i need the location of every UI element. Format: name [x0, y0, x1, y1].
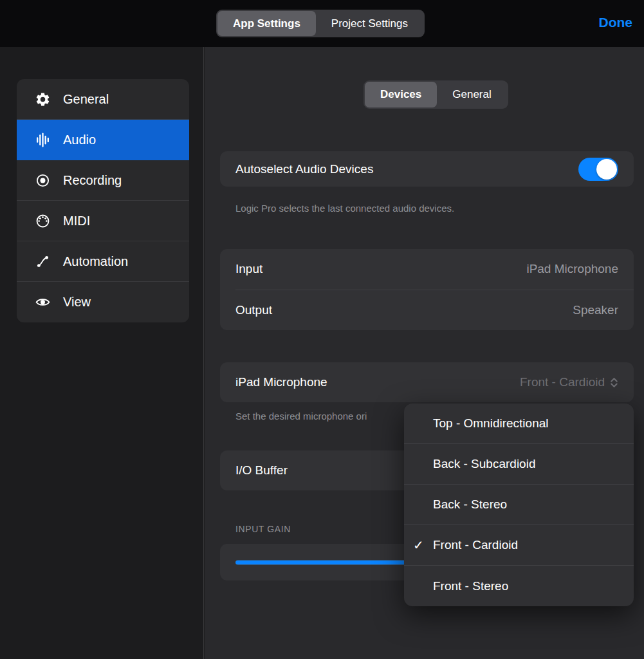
- device-io-group: Input iPad Microphone Output Speaker: [220, 249, 634, 330]
- sidebar-item-label: Automation: [63, 254, 128, 269]
- settings-category-list: General Audio Recording MIDI: [17, 79, 189, 322]
- sidebar-item-label: Recording: [63, 173, 122, 188]
- sidebar: General Audio Recording MIDI: [0, 47, 204, 659]
- microphone-value-text: Front - Cardioid: [520, 375, 605, 389]
- autoselect-caption: Logic Pro selects the last connected aud…: [235, 203, 454, 214]
- segment-devices[interactable]: Devices: [365, 82, 437, 107]
- checkmark-icon: ✓: [413, 537, 424, 553]
- microphone-value: Front - Cardioid: [520, 375, 618, 389]
- output-device-row[interactable]: Output Speaker: [220, 290, 634, 330]
- output-value: Speaker: [573, 303, 618, 317]
- automation-icon: [31, 254, 54, 270]
- microphone-caption: Set the desired microphone ori: [235, 411, 367, 422]
- sidebar-item-automation[interactable]: Automation: [17, 241, 189, 282]
- toggle-knob: [596, 159, 617, 180]
- autoselect-label: Autoselect Audio Devices: [235, 162, 373, 176]
- input-value: iPad Microphone: [526, 262, 618, 276]
- sidebar-item-midi[interactable]: MIDI: [17, 201, 189, 241]
- menu-item-top-omnidirectional[interactable]: Top - Omnidirectional: [404, 404, 634, 444]
- settings-scope-segmented-control: App Settings Project Settings: [216, 10, 425, 37]
- waveform-icon: [31, 132, 54, 148]
- input-device-row[interactable]: Input iPad Microphone: [220, 249, 634, 290]
- sidebar-item-general[interactable]: General: [17, 79, 189, 120]
- microphone-orientation-row[interactable]: iPad Microphone Front - Cardioid: [220, 362, 634, 402]
- menu-item-front-cardioid[interactable]: ✓ Front - Cardioid: [404, 525, 634, 566]
- midi-icon: [31, 213, 54, 229]
- sidebar-item-audio[interactable]: Audio: [17, 120, 189, 160]
- menu-item-label: Front - Stereo: [433, 579, 508, 593]
- io-buffer-label: I/O Buffer: [235, 463, 288, 478]
- autoselect-audio-devices-row: Autoselect Audio Devices: [220, 151, 634, 187]
- eye-icon: [31, 294, 54, 310]
- segment-app-settings[interactable]: App Settings: [217, 11, 316, 36]
- autoselect-toggle[interactable]: [578, 158, 618, 181]
- microphone-orientation-menu: Top - Omnidirectional Back - Subcardioid…: [404, 404, 634, 606]
- menu-item-front-stereo[interactable]: Front - Stereo: [404, 566, 634, 606]
- sidebar-item-recording[interactable]: Recording: [17, 160, 189, 201]
- menu-item-label: Front - Cardioid: [433, 538, 518, 552]
- chevron-up-down-icon: [610, 376, 618, 389]
- record-icon: [31, 172, 54, 189]
- sidebar-item-label: Audio: [63, 133, 96, 147]
- sidebar-item-view[interactable]: View: [17, 282, 189, 322]
- audio-section-segmented-control: Devices General: [363, 80, 508, 109]
- menu-item-label: Back - Subcardioid: [433, 457, 535, 471]
- menu-item-back-stereo[interactable]: Back - Stereo: [404, 485, 634, 525]
- microphone-label: iPad Microphone: [235, 375, 327, 389]
- sidebar-item-label: View: [63, 295, 91, 310]
- gear-icon: [31, 91, 54, 107]
- menu-item-label: Back - Stereo: [433, 497, 507, 512]
- audio-settings-panel: Devices General Autoselect Audio Devices…: [205, 47, 644, 659]
- logic-settings-window: App Settings Project Settings Done Gener…: [0, 0, 644, 659]
- menu-item-back-subcardioid[interactable]: Back - Subcardioid: [404, 444, 634, 485]
- top-bar: App Settings Project Settings Done: [0, 0, 644, 47]
- input-label: Input: [235, 262, 262, 276]
- segment-project-settings[interactable]: Project Settings: [316, 11, 423, 36]
- done-button[interactable]: Done: [599, 15, 633, 30]
- menu-item-label: Top - Omnidirectional: [433, 416, 549, 431]
- input-gain-section-label: INPUT GAIN: [235, 524, 291, 534]
- sidebar-item-label: General: [63, 92, 109, 107]
- output-label: Output: [235, 303, 272, 317]
- segment-general[interactable]: General: [437, 82, 506, 107]
- sidebar-item-label: MIDI: [63, 214, 90, 228]
